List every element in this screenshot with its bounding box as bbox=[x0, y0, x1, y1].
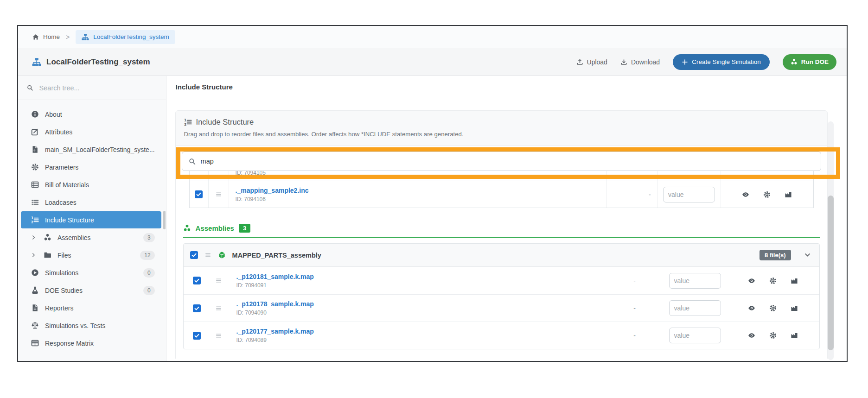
industry-icon[interactable] bbox=[791, 332, 798, 339]
chevron-down-icon[interactable] bbox=[804, 252, 811, 259]
assembly-checkbox[interactable] bbox=[190, 251, 198, 259]
value-input[interactable] bbox=[669, 300, 721, 316]
drag-handle-icon[interactable] bbox=[215, 332, 222, 339]
ordered-list-icon bbox=[184, 118, 192, 126]
file-link[interactable]: ._mapping_sample2.inc bbox=[236, 187, 309, 194]
chevron-right-icon[interactable] bbox=[31, 253, 36, 258]
sidebar-item-label: Assemblies bbox=[57, 234, 91, 241]
row-drag-cell bbox=[208, 277, 230, 284]
file-id: ID: 7094091 bbox=[236, 282, 267, 289]
breadcrumb-home[interactable]: Home bbox=[32, 33, 60, 41]
sidebar-item-attributes[interactable]: Attributes bbox=[21, 123, 161, 140]
assemblies-section-label: Assemblies bbox=[196, 224, 234, 232]
gear-icon bbox=[31, 163, 39, 171]
sidebar-item-label: Include Structure bbox=[45, 216, 94, 224]
tree-search-input[interactable] bbox=[39, 84, 157, 92]
sidebar-item-label: main_SM_LocalFolderTesting_syste... bbox=[45, 146, 155, 153]
sidebar-item-bill-of-materials[interactable]: Bill of Materials bbox=[21, 176, 161, 193]
count-badge: 0 bbox=[143, 286, 155, 295]
file-name-cell: ._p120181_sample.k.map ID: 7094091 bbox=[230, 269, 613, 293]
plus-icon bbox=[682, 59, 688, 65]
sidebar-item-loadcases[interactable]: Loadcases bbox=[21, 194, 161, 211]
upload-button[interactable]: Upload bbox=[576, 58, 607, 66]
download-button[interactable]: Download bbox=[620, 58, 660, 66]
main-scrollbar-thumb[interactable] bbox=[828, 196, 834, 351]
gear-icon[interactable] bbox=[769, 304, 777, 312]
row-drag-cell bbox=[208, 181, 229, 208]
sidebar-item-reporters[interactable]: Reporters bbox=[21, 299, 161, 316]
row-actions-cell bbox=[727, 332, 819, 339]
sidebar-item-parameters[interactable]: Parameters bbox=[21, 158, 161, 176]
gear-icon[interactable] bbox=[763, 191, 771, 198]
row-dash-cell: - bbox=[613, 332, 664, 339]
count-badge: 12 bbox=[140, 251, 154, 260]
cubes-icon bbox=[183, 224, 191, 232]
panel-description: Drag and drop to reorder files and assem… bbox=[184, 131, 819, 138]
row-dash-cell: - bbox=[606, 181, 657, 208]
sidebar-item-main-file[interactable]: main_SM_LocalFolderTesting_syste... bbox=[21, 141, 161, 158]
row-checkbox[interactable] bbox=[193, 332, 201, 340]
row-checkbox[interactable] bbox=[193, 277, 201, 284]
list-icon bbox=[31, 198, 39, 206]
panel-body: ID: 7094105 bbox=[176, 146, 827, 359]
edit-icon bbox=[31, 128, 39, 136]
industry-icon[interactable] bbox=[791, 277, 798, 284]
sidebar-item-label: Attributes bbox=[45, 128, 72, 136]
sidebar-item-files[interactable]: Files 12 bbox=[21, 246, 161, 264]
sidebar-item-simulations-vs-tests[interactable]: Simulations vs. Tests bbox=[21, 317, 161, 334]
value-input[interactable] bbox=[669, 273, 721, 289]
sidebar-item-include-structure[interactable]: Include Structure bbox=[21, 211, 161, 228]
flask-icon bbox=[31, 286, 39, 294]
gear-icon[interactable] bbox=[769, 277, 777, 284]
balance-scale-icon bbox=[31, 322, 39, 329]
value-input[interactable] bbox=[669, 328, 721, 343]
row-checkbox[interactable] bbox=[193, 304, 201, 312]
sidebar-item-label: Loadcases bbox=[45, 199, 77, 206]
sidebar-item-label: Bill of Materials bbox=[45, 181, 89, 189]
assembly-file-row: ._p120178_sample.k.map ID: 7094090 - bbox=[184, 294, 819, 322]
chevron-right-icon[interactable] bbox=[31, 235, 36, 240]
sidebar-item-simulations[interactable]: Simulations 0 bbox=[21, 264, 161, 281]
sidebar-scrollbar-thumb[interactable] bbox=[163, 211, 166, 229]
file-link[interactable]: ._p120178_sample.k.map bbox=[236, 300, 314, 308]
folder-icon bbox=[44, 251, 51, 259]
drag-handle-icon[interactable] bbox=[215, 191, 222, 198]
eye-icon[interactable] bbox=[742, 191, 749, 198]
ordered-list-icon bbox=[31, 216, 39, 224]
file-link[interactable]: ._p120181_sample.k.map bbox=[236, 273, 314, 280]
file-link[interactable]: ._p120177_sample.k.map bbox=[236, 328, 314, 335]
filter-search-input[interactable] bbox=[201, 158, 814, 165]
files-count-badge: 8 file(s) bbox=[760, 250, 791, 260]
table-icon bbox=[31, 339, 39, 347]
count-badge: 0 bbox=[143, 268, 155, 278]
eye-icon[interactable] bbox=[748, 277, 755, 284]
file-id: ID: 7094089 bbox=[236, 337, 267, 343]
drag-handle-icon[interactable] bbox=[204, 252, 211, 259]
sidebar-item-label: Reporters bbox=[45, 304, 73, 312]
file-id: ID: 7094090 bbox=[236, 310, 267, 316]
cubes-icon bbox=[44, 234, 51, 241]
sidebar-item-response-matrix[interactable]: Response Matrix bbox=[21, 335, 161, 352]
sidebar-item-doe-studies[interactable]: DOE Studies 0 bbox=[21, 282, 161, 299]
create-single-simulation-button[interactable]: Create Single Simulation bbox=[673, 54, 770, 70]
main-scrollbar-track bbox=[828, 121, 834, 360]
eye-icon[interactable] bbox=[748, 304, 755, 312]
drag-handle-icon[interactable] bbox=[215, 305, 222, 312]
row-checkbox[interactable] bbox=[195, 190, 203, 198]
create-single-simulation-label: Create Single Simulation bbox=[692, 58, 761, 65]
assembly-header[interactable]: MAPPED_PARTS_assembly 8 file(s) bbox=[184, 244, 819, 267]
gear-icon[interactable] bbox=[769, 332, 777, 339]
row-actions-cell bbox=[727, 277, 819, 284]
drag-handle-icon[interactable] bbox=[215, 277, 222, 284]
home-icon bbox=[32, 33, 39, 41]
industry-icon[interactable] bbox=[791, 304, 798, 312]
eye-icon[interactable] bbox=[748, 332, 755, 339]
run-doe-button[interactable]: Run DOE bbox=[783, 54, 836, 70]
upload-icon bbox=[576, 58, 583, 65]
sidebar-item-about[interactable]: About bbox=[21, 106, 161, 123]
sidebar-item-assemblies[interactable]: Assemblies 3 bbox=[21, 229, 161, 246]
value-input[interactable] bbox=[663, 187, 715, 202]
breadcrumb-current[interactable]: LocalFolderTesting_system bbox=[76, 30, 175, 44]
run-doe-label: Run DOE bbox=[801, 58, 829, 65]
industry-icon[interactable] bbox=[785, 191, 792, 198]
